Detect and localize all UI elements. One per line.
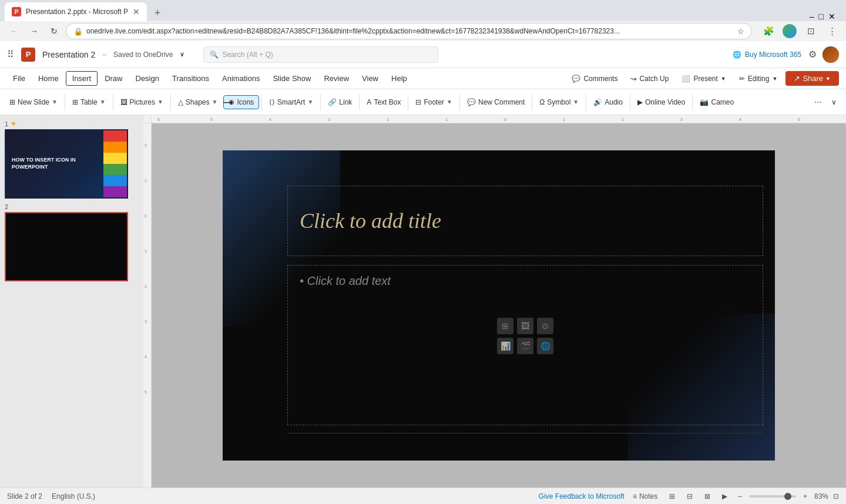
slide-panel: 1 ★ HOW TO INSERT ICON IN POWERPOINT [0, 115, 143, 488]
menu-home[interactable]: Home [32, 72, 65, 85]
apps-grid-icon[interactable]: ⠿ [7, 49, 14, 60]
menu-help[interactable]: Help [385, 72, 413, 85]
zoom-minus-button[interactable]: – [736, 492, 744, 500]
reload-button[interactable]: ↻ [46, 23, 62, 39]
more-button[interactable]: ⋮ [824, 23, 840, 39]
pictures-icon: 🖼 [120, 98, 127, 106]
minimize-button[interactable]: – [810, 12, 814, 21]
title-placeholder[interactable]: Click to add title [287, 186, 763, 256]
catchup-icon: ↝ [630, 75, 636, 83]
ruler-corner [143, 115, 152, 123]
svg-text:4: 4 [269, 117, 271, 122]
address-text: onedrive.live.com/edit.aspx?action=editn… [86, 27, 734, 35]
close-button[interactable]: ✕ [828, 12, 835, 21]
menu-design[interactable]: Design [130, 72, 165, 85]
slideshow-button[interactable]: ▶ [719, 491, 731, 502]
settings-icon[interactable]: ⚙ [808, 49, 817, 60]
present-button[interactable]: ⬜ Present ▼ [677, 72, 730, 85]
zoom-plus-button[interactable]: + [801, 492, 810, 500]
notes-button[interactable]: ≡ Notes [629, 491, 661, 502]
new-slide-button[interactable]: ⊞ New Slide ▼ [5, 96, 62, 109]
profile-icon[interactable] [781, 23, 798, 39]
insert-smartart-icon: ⊙ [537, 318, 553, 334]
fit-slide-button[interactable]: ⊡ [833, 492, 839, 500]
slide-sorter-button[interactable]: ⊟ [683, 491, 696, 502]
user-avatar[interactable] [822, 46, 839, 63]
normal-view-button[interactable]: ⊞ [666, 491, 679, 502]
ruler-horizontal: 6 5 4 3 2 1 0 1 2 3 4 5 6 [152, 115, 846, 123]
menu-review[interactable]: Review [318, 72, 355, 85]
svg-text:5: 5 [210, 117, 213, 122]
slide-canvas[interactable]: Click to add title • Click to add text ⊞ [223, 150, 775, 461]
menu-view[interactable]: View [356, 72, 384, 85]
tab-favicon: P [12, 7, 21, 16]
slide-thumb-2[interactable]: 2 [5, 203, 139, 281]
shapes-button[interactable]: △ Shapes ▼ [173, 96, 223, 109]
catchup-button[interactable]: ↝ Catch Up [626, 72, 673, 85]
table-button[interactable]: ⊞ Table ▼ [68, 96, 110, 109]
zoom-slider[interactable] [749, 495, 796, 498]
forward-button[interactable]: → [26, 23, 42, 39]
menu-animations[interactable]: Animations [216, 72, 266, 85]
pictures-button[interactable]: 🖼 Pictures ▼ [116, 96, 168, 109]
toolbar-sep-2 [113, 94, 113, 110]
svg-text:6: 6 [157, 117, 160, 122]
maximize-button[interactable]: □ [819, 12, 824, 21]
zoom-level[interactable]: 83% [814, 492, 828, 500]
menu-transitions[interactable]: Transitions [166, 72, 215, 85]
slide-1-number: 1 ★ [5, 120, 139, 127]
toolbar-sep-12 [692, 94, 693, 110]
slide-2-image [5, 212, 128, 281]
reading-view-button[interactable]: ⊠ [701, 491, 714, 502]
footer-button[interactable]: ⊟ Footer ▼ [411, 96, 457, 109]
present-icon: ⬜ [682, 75, 690, 83]
new-tab-button[interactable]: + [149, 5, 166, 21]
toolbar-sep-8 [459, 94, 460, 110]
toolbar-more-button[interactable]: ··· [811, 95, 825, 110]
new-comment-button[interactable]: 💬 New Comment [462, 96, 529, 109]
canvas-scroll[interactable]: Click to add title • Click to add text ⊞ [152, 123, 846, 488]
buy-ms365-link[interactable]: 🌐 Buy Microsoft 365 [733, 51, 801, 59]
browser-tab[interactable]: P Presentation 2.pptx - Microsoft P ✕ [5, 2, 147, 21]
footer-icon: ⊟ [415, 98, 421, 106]
content-placeholder[interactable]: • Click to add text ⊞ 🖼 ⊙ 📊 🎬 🌐 [287, 265, 763, 425]
online-video-button[interactable]: ▶ Online Video [633, 96, 690, 109]
feedback-link[interactable]: Give Feedback to Microsoft [539, 492, 625, 500]
menu-draw[interactable]: Draw [99, 72, 128, 85]
symbol-button[interactable]: Ω Symbol ▼ [535, 96, 583, 109]
close-tab-button[interactable]: ✕ [133, 7, 140, 16]
saved-dropdown-button[interactable]: ∨ [180, 51, 184, 58]
toolbar-sep-7 [408, 94, 408, 110]
smartart-button[interactable]: ⟨⟩ SmartArt ▼ [264, 96, 318, 109]
svg-text:2: 2 [387, 117, 389, 122]
new-slide-icon: ⊞ [9, 98, 15, 106]
insert-media-icon: 🎬 [517, 338, 533, 354]
svg-text:2: 2 [622, 117, 624, 122]
slide-1-title: HOW TO INSERT ICON IN POWERPOINT [12, 157, 98, 170]
share-button[interactable]: ↗ Share ▼ [785, 71, 839, 86]
star-icon[interactable]: ☆ [737, 27, 744, 36]
share-icon: ↗ [794, 74, 800, 83]
address-bar[interactable]: 🔒 onedrive.live.com/edit.aspx?action=edi… [66, 23, 752, 39]
back-button[interactable]: ← [6, 23, 22, 39]
link-button[interactable]: 🔗 Link [323, 96, 357, 109]
menu-insert[interactable]: Insert [66, 71, 98, 86]
editing-button[interactable]: ✏ Editing ▼ [734, 72, 783, 85]
slide-sorter-icon: ⊟ [687, 492, 693, 500]
menu-slideshow[interactable]: Slide Show [267, 72, 317, 85]
globe-icon: 🌐 [733, 51, 741, 59]
textbox-button[interactable]: A Text Box [362, 96, 405, 109]
cameo-button[interactable]: 📷 Cameo [695, 96, 738, 109]
svg-text:0: 0 [145, 214, 147, 218]
menu-file[interactable]: File [7, 72, 31, 85]
comments-button[interactable]: 💬 Comments [567, 72, 622, 85]
extensions-icon[interactable]: 🧩 [760, 23, 777, 39]
slide-info: Slide 2 of 2 [7, 492, 42, 500]
header-search[interactable]: 🔍 Search (Alt + Q) [203, 46, 438, 63]
split-screen-button[interactable]: ⊡ [803, 23, 819, 39]
smartart-icon: ⟨⟩ [269, 98, 275, 106]
audio-button[interactable]: 🔊 Audio [589, 96, 627, 109]
toolbar-expand-button[interactable]: ∨ [827, 96, 841, 109]
toolbar-sep-3 [170, 94, 171, 110]
slide-thumb-1[interactable]: 1 ★ HOW TO INSERT ICON IN POWERPOINT [5, 120, 139, 199]
